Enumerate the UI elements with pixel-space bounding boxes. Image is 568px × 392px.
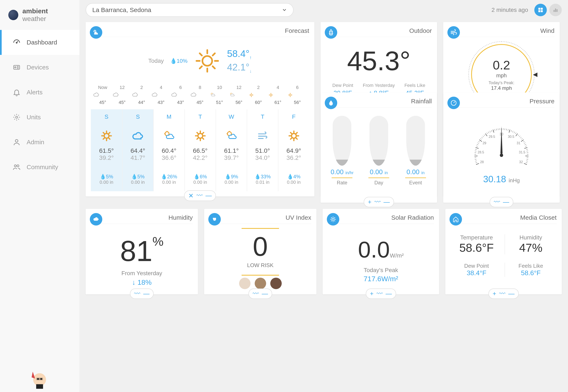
logo: ambient weather xyxy=(0,0,79,30)
svg-line-62 xyxy=(202,138,203,139)
plus-action[interactable]: + xyxy=(370,290,374,297)
today-low: 42.1°↓ xyxy=(227,61,252,74)
devices-icon xyxy=(13,63,21,71)
solar-value: 0.0W/m² xyxy=(328,228,434,263)
svg-point-6 xyxy=(15,116,18,118)
today-high: 58.4°↑ xyxy=(227,48,252,60)
svg-line-92 xyxy=(478,143,479,144)
svg-line-132 xyxy=(527,153,528,153)
logo-icon xyxy=(8,10,18,20)
daily-item[interactable]: S61.5°39.2°💧5%0.00 in xyxy=(91,109,122,191)
chart-action[interactable]: 〰 xyxy=(499,290,505,297)
mc-temp: 58.6°F xyxy=(451,241,502,254)
svg-line-50 xyxy=(109,138,110,139)
svg-line-115 xyxy=(511,130,512,132)
svg-line-52 xyxy=(109,132,110,133)
svg-rect-10 xyxy=(539,8,540,10)
nav-admin[interactable]: Admin xyxy=(0,130,79,155)
chart-action[interactable]: 〰 xyxy=(197,192,203,199)
minus-action[interactable]: — xyxy=(503,198,509,206)
daily-item[interactable]: W61.1°39.7°💧9%0.00 in xyxy=(216,109,247,191)
svg-line-158 xyxy=(334,217,335,218)
chart-view-button[interactable] xyxy=(549,4,562,16)
svg-line-99 xyxy=(485,134,487,136)
svg-point-18 xyxy=(202,56,212,66)
plus-action[interactable]: + xyxy=(368,198,371,206)
today-rain-chance: 💧10% xyxy=(170,58,187,64)
svg-line-83 xyxy=(475,157,476,158)
svg-rect-160 xyxy=(36,384,43,389)
card-title: Forecast xyxy=(91,27,309,34)
admin-icon xyxy=(13,138,21,146)
svg-line-129 xyxy=(524,148,527,148)
svg-point-8 xyxy=(14,165,16,167)
chart-action[interactable]: 〰 xyxy=(253,290,259,297)
card-title: Rainfall xyxy=(326,98,432,105)
daily-forecast: S61.5°39.2°💧5%0.00 inS64.4°41.7°💧5%0.00 … xyxy=(91,109,309,191)
media-closet-card: Media Closet Temperature58.6°F Humidity4… xyxy=(445,209,562,294)
uv-risk: LOW RISK xyxy=(209,262,311,268)
skin-tone-dot[interactable] xyxy=(255,278,266,289)
wind-speed: 0.2 xyxy=(493,58,510,72)
pressure-card: Pressure 2828.52929.53030.53131.532 30.1… xyxy=(443,93,560,203)
close-action[interactable]: ✕ xyxy=(188,192,194,199)
minus-action[interactable]: — xyxy=(143,290,149,297)
nav-units[interactable]: Units xyxy=(0,105,79,130)
svg-line-155 xyxy=(331,217,332,218)
svg-point-7 xyxy=(15,140,18,142)
svg-line-131 xyxy=(526,151,528,151)
location-select[interactable]: La Barranca, Sedona xyxy=(86,3,294,17)
daily-item[interactable]: S64.4°41.7°💧5%0.00 in xyxy=(122,109,153,191)
svg-point-44 xyxy=(104,133,109,138)
card-title: Outdoor xyxy=(326,27,432,34)
humidity-value: 81% xyxy=(91,228,193,270)
hourly-forecast: Now122468101224645°45°44°43°43°45°51°56°… xyxy=(91,81,309,109)
chart-action[interactable]: 〰 xyxy=(494,198,500,206)
minus-action[interactable]: — xyxy=(508,290,515,297)
svg-text:30.5: 30.5 xyxy=(508,135,514,139)
svg-line-88 xyxy=(475,149,477,150)
nav-community[interactable]: Community xyxy=(0,155,79,180)
hand-icon xyxy=(208,213,221,225)
svg-line-127 xyxy=(525,144,526,145)
svg-text:28: 28 xyxy=(480,160,484,164)
svg-line-102 xyxy=(490,131,490,132)
skin-tone-dot[interactable] xyxy=(239,278,251,289)
daily-item[interactable]: F64.9°36.2°💧4%0.00 in xyxy=(278,109,309,191)
droplet-icon xyxy=(325,97,337,109)
minus-action[interactable]: — xyxy=(383,198,390,206)
minus-action[interactable]: — xyxy=(206,192,212,199)
svg-point-162 xyxy=(40,378,42,380)
chart-action[interactable]: 〰 xyxy=(134,290,140,297)
svg-line-106 xyxy=(496,129,497,130)
chart-action[interactable]: 〰 xyxy=(377,290,383,297)
rain-tube xyxy=(333,116,351,166)
nav-alerts[interactable]: Alerts xyxy=(0,80,79,105)
plus-action[interactable]: + xyxy=(493,290,496,297)
svg-point-2 xyxy=(15,67,16,68)
svg-point-0 xyxy=(16,42,17,43)
skin-tone-dot[interactable] xyxy=(270,278,282,289)
daily-item[interactable]: T51.0°34.0°💧33%0.01 in xyxy=(247,109,278,191)
card-actions: ✕ 〰 — xyxy=(184,190,216,201)
svg-line-23 xyxy=(200,53,202,56)
daily-item[interactable]: M60.4°36.6°💧26%0.00 in xyxy=(153,109,185,191)
dashboard-icon xyxy=(13,38,21,47)
svg-line-128 xyxy=(525,146,527,147)
nav-dashboard[interactable]: Dashboard xyxy=(0,30,79,55)
card-title: UV Index xyxy=(209,214,311,221)
mc-humidity: 47% xyxy=(505,241,556,254)
minus-action[interactable]: — xyxy=(386,290,392,297)
avatar-icon[interactable] xyxy=(27,367,50,390)
svg-point-9 xyxy=(17,165,19,167)
minus-action[interactable]: — xyxy=(262,290,268,297)
nav-devices[interactable]: Devices xyxy=(0,55,79,80)
svg-line-116 xyxy=(512,131,513,132)
cloud-icon xyxy=(90,213,102,225)
grid-view-button[interactable] xyxy=(534,4,547,16)
chart-action[interactable]: 〰 xyxy=(374,198,381,206)
svg-point-150 xyxy=(332,218,334,220)
svg-text:31.5: 31.5 xyxy=(519,151,525,154)
daily-item[interactable]: T66.5°42.2°💧6%0.00 in xyxy=(185,109,216,191)
card-title: Pressure xyxy=(448,98,554,105)
